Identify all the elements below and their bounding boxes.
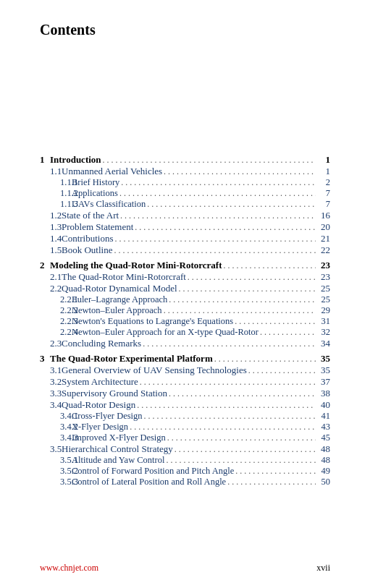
toc-entry-3-4-1: 3.4.1 Cross-Flyer Design 41 (40, 411, 330, 422)
s2-1-page: 23 (316, 271, 330, 283)
ch2-dots (222, 260, 316, 271)
s3-2-num: 3.2 (40, 376, 62, 388)
s1-3-dots (133, 222, 316, 233)
ch1-page: 1 (316, 154, 330, 166)
s2-2-2-num: 2.2.2 (40, 305, 72, 316)
s2-3-title: Concluding Remarks (62, 338, 141, 349)
toc-entry-2-2-1: 2.2.1 Euler–Lagrange Approach 25 (40, 294, 330, 305)
toc-entry-1-1-2: 1.1.2 Applications 7 (40, 188, 330, 199)
s3-1-title: General Overview of UAV Sensing Technolo… (62, 365, 247, 376)
ch2-num: 2 (40, 260, 50, 271)
toc-entry-ch1: 1 Introduction 1 (40, 154, 330, 166)
s3-4-page: 40 (316, 399, 330, 411)
toc-entry-2-3: 2.3 Concluding Remarks 34 (40, 338, 330, 349)
s1-1-1-num: 1.1.1 (40, 177, 72, 188)
toc-entry-2-2-4: 2.2.4 Newton–Euler Approach for an X-typ… (40, 327, 330, 338)
s3-4-1-page: 41 (316, 411, 330, 422)
s1-1-1-title: Brief History (72, 177, 119, 188)
s1-4-dots (114, 234, 316, 244)
s2-2-3-dots (233, 316, 316, 327)
s1-1-2-num: 1.1.2 (40, 188, 72, 199)
s1-1-2-dots (118, 188, 316, 199)
ch3-title: The Quad-Rotor Experimental Platform (50, 353, 213, 365)
toc-container: 1 Introduction 1 1.1 Unmanned Aerial Veh… (40, 154, 330, 487)
s1-2-title: State of the Art (62, 210, 119, 221)
s2-1-dots (186, 272, 316, 283)
toc-entry-3-5-3: 3.5.3 Control of Lateral Position and Ro… (40, 477, 330, 487)
ch2-title: Modeling the Quad-Rotor Mini-Rotorcraft (50, 260, 222, 271)
s2-2-4-dots (258, 327, 316, 338)
toc-entry-3-4-3: 3.4.3 Improved X-Flyer Design 45 (40, 433, 330, 443)
s1-3-page: 20 (316, 221, 330, 233)
s1-1-2-page: 7 (316, 188, 330, 199)
s1-3-title: Problem Statement (62, 221, 133, 233)
ch3-num: 3 (40, 353, 50, 365)
s1-5-title: Book Outline (62, 244, 112, 256)
ch2-page: 23 (316, 260, 330, 271)
page-title: Contents (40, 22, 330, 38)
s3-4-3-dots (166, 433, 316, 443)
s1-4-num: 1.4 (40, 233, 62, 244)
s2-2-1-title: Euler–Lagrange Approach (72, 294, 167, 305)
toc-entry-2-2-2: 2.2.2 Newton–Euler Approach 29 (40, 305, 330, 316)
s2-2-1-num: 2.2.1 (40, 294, 72, 305)
s2-2-dots (177, 284, 316, 294)
s2-2-page: 25 (316, 283, 330, 294)
s2-3-page: 34 (316, 338, 330, 349)
s1-4-page: 21 (316, 233, 330, 244)
s3-5-1-dots (164, 455, 316, 466)
s1-1-dots (162, 166, 316, 177)
s1-2-dots (119, 210, 316, 221)
s2-3-num: 2.3 (40, 338, 62, 349)
s3-5-num: 3.5 (40, 443, 62, 455)
toc-entry-1-5: 1.5 Book Outline 22 (40, 244, 330, 256)
s2-2-title: Quad-Rotor Dynamical Model (62, 283, 177, 294)
toc-entry-ch3: 3 The Quad-Rotor Experimental Platform 3… (40, 353, 330, 365)
toc-entry-2-2-3: 2.2.3 Newton's Equations to Lagrange's E… (40, 316, 330, 327)
s3-4-1-num: 3.4.1 (40, 411, 72, 422)
s2-2-1-dots (167, 294, 316, 305)
s3-5-1-page: 48 (316, 455, 330, 466)
s2-2-4-title: Newton–Euler Approach for an X-type Quad… (72, 327, 258, 338)
s1-3-num: 1.3 (40, 221, 62, 233)
s3-4-title: Quad-Rotor Design (62, 399, 135, 411)
s1-1-3-dots (146, 199, 316, 210)
s1-5-page: 22 (316, 244, 330, 256)
toc-entry-1-1-3: 1.1.3 UAVs Classification 7 (40, 199, 330, 210)
ch1-title: Introduction (50, 154, 101, 166)
toc-entry-1-3: 1.3 Problem Statement 20 (40, 221, 330, 233)
s2-1-num: 2.1 (40, 271, 62, 283)
footer-website: www.chnjet.com (40, 563, 98, 574)
s3-4-2-num: 3.4.2 (40, 422, 72, 433)
s3-2-title: System Architecture (62, 376, 138, 388)
s1-1-page: 1 (316, 166, 330, 177)
toc-entry-2-1: 2.1 The Quad-Rotor Mini-Rotorcraft 23 (40, 271, 330, 283)
toc-entry-3-5-1: 3.5.1 Altitude and Yaw Control 48 (40, 455, 330, 466)
toc-entry-ch2: 2 Modeling the Quad-Rotor Mini-Rotorcraf… (40, 260, 330, 271)
s3-5-2-page: 49 (316, 466, 330, 477)
s3-4-3-page: 45 (316, 433, 330, 443)
s3-4-dots (135, 400, 316, 411)
s2-3-dots (141, 338, 316, 349)
s1-5-dots (112, 245, 316, 256)
s3-2-dots (138, 377, 316, 388)
s1-1-3-page: 7 (316, 199, 330, 210)
s3-3-title: Supervisory Ground Station (62, 388, 167, 399)
s2-1-title: The Quad-Rotor Mini-Rotorcraft (62, 271, 186, 283)
toc-entry-3-4-2: 3.4.2 X-Flyer Design 43 (40, 422, 330, 433)
toc-entry-1-1: 1.1 Unmanned Aerial Vehicles 1 (40, 166, 330, 177)
s3-5-2-dots (234, 466, 316, 477)
s3-5-2-num: 3.5.2 (40, 466, 72, 477)
s2-2-3-num: 2.2.3 (40, 316, 72, 327)
toc-entry-3-3: 3.3 Supervisory Ground Station 38 (40, 388, 330, 399)
ch1-num: 1 (40, 154, 50, 166)
toc-entry-3-5: 3.5 Hierarchical Control Strategy 48 (40, 443, 330, 455)
s1-1-title: Unmanned Aerial Vehicles (62, 166, 162, 177)
page: Contents 1 Introduction 1 1.1 Unmanned A… (0, 0, 370, 588)
toc-entry-1-4: 1.4 Contributions 21 (40, 233, 330, 244)
s3-4-2-title: X-Flyer Design (72, 422, 128, 433)
s1-1-2-title: Applications (72, 188, 118, 199)
s2-2-2-page: 29 (316, 305, 330, 316)
s2-2-3-page: 31 (316, 316, 330, 327)
s3-1-num: 3.1 (40, 365, 62, 376)
